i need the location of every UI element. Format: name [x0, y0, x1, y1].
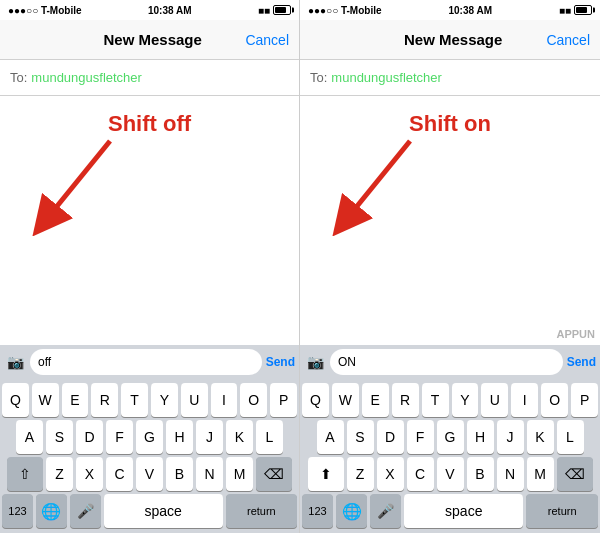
right-key-h[interactable]: H	[467, 420, 494, 454]
right-key-m[interactable]: M	[527, 457, 554, 491]
right-key-k[interactable]: K	[527, 420, 554, 454]
left-key-x[interactable]: X	[76, 457, 103, 491]
left-globe-key[interactable]: 🌐	[36, 494, 67, 528]
right-keyboard: Q W E R T Y U I O P A S D F G H J K	[300, 379, 600, 533]
phones-container: ●●●○○ T-Mobile 10:38 AM ■■ New Message C…	[0, 0, 600, 533]
left-input-field[interactable]: off	[30, 349, 262, 375]
left-key-n[interactable]: N	[196, 457, 223, 491]
left-send-button[interactable]: Send	[266, 355, 295, 369]
right-arrow	[320, 136, 440, 236]
right-annotation: Shift on	[409, 111, 491, 136]
right-key-s[interactable]: S	[347, 420, 374, 454]
left-phone: ●●●○○ T-Mobile 10:38 AM ■■ New Message C…	[0, 0, 300, 533]
right-key-j[interactable]: J	[497, 420, 524, 454]
left-carrier: ●●●○○ T-Mobile	[8, 5, 82, 16]
left-nav-title: New Message	[60, 31, 245, 48]
left-to-label: To:	[10, 70, 27, 85]
svg-line-1	[45, 141, 110, 221]
left-key-e[interactable]: E	[62, 383, 89, 417]
right-return-key[interactable]: return	[526, 494, 598, 528]
left-to-field: To: mundungusfletcher	[0, 60, 299, 96]
right-kb-row1: Q W E R T Y U I O P	[302, 383, 598, 417]
right-key-n[interactable]: N	[497, 457, 524, 491]
right-space-key[interactable]: space	[404, 494, 523, 528]
left-shift-key[interactable]: ⇧	[7, 457, 43, 491]
left-key-t[interactable]: T	[121, 383, 148, 417]
right-nav-title: New Message	[360, 31, 546, 48]
left-key-b[interactable]: B	[166, 457, 193, 491]
left-key-s[interactable]: S	[46, 420, 73, 454]
left-key-d[interactable]: D	[76, 420, 103, 454]
left-cancel-button[interactable]: Cancel	[245, 32, 289, 48]
left-camera-button[interactable]: 📷	[4, 351, 26, 373]
left-space-key[interactable]: space	[104, 494, 223, 528]
left-key-u[interactable]: U	[181, 383, 208, 417]
left-key-v[interactable]: V	[136, 457, 163, 491]
right-key-u[interactable]: U	[481, 383, 508, 417]
right-key-t[interactable]: T	[422, 383, 449, 417]
left-input-row: 📷 off Send	[0, 345, 299, 379]
right-key-v[interactable]: V	[437, 457, 464, 491]
right-status-bar: ●●●○○ T-Mobile 10:38 AM ■■	[300, 0, 600, 20]
left-keyboard: Q W E R T Y U I O P A S D F G H J K	[0, 379, 299, 533]
right-key-o[interactable]: O	[541, 383, 568, 417]
right-mic-key[interactable]: 🎤	[370, 494, 401, 528]
left-annotation: Shift off	[108, 111, 191, 136]
left-key-l[interactable]: L	[256, 420, 283, 454]
left-backspace-key[interactable]: ⌫	[256, 457, 292, 491]
right-key-q[interactable]: Q	[302, 383, 329, 417]
left-key-h[interactable]: H	[166, 420, 193, 454]
right-backspace-key[interactable]: ⌫	[557, 457, 593, 491]
right-key-i[interactable]: I	[511, 383, 538, 417]
right-key-c[interactable]: C	[407, 457, 434, 491]
right-shift-key[interactable]: ⬆	[308, 457, 344, 491]
left-key-p[interactable]: P	[270, 383, 297, 417]
right-battery: ■■	[559, 5, 592, 16]
right-num-key[interactable]: 123	[302, 494, 333, 528]
left-key-c[interactable]: C	[106, 457, 133, 491]
right-globe-key[interactable]: 🌐	[336, 494, 367, 528]
left-key-f[interactable]: F	[106, 420, 133, 454]
left-return-key[interactable]: return	[226, 494, 297, 528]
right-to-label: To:	[310, 70, 327, 85]
left-key-r[interactable]: R	[91, 383, 118, 417]
left-key-k[interactable]: K	[226, 420, 253, 454]
right-time: 10:38 AM	[448, 5, 492, 16]
left-key-w[interactable]: W	[32, 383, 59, 417]
right-input-field[interactable]: ON	[330, 349, 563, 375]
right-cancel-button[interactable]: Cancel	[546, 32, 590, 48]
left-key-j[interactable]: J	[196, 420, 223, 454]
left-key-i[interactable]: I	[211, 383, 238, 417]
right-key-f[interactable]: F	[407, 420, 434, 454]
right-key-z[interactable]: Z	[347, 457, 374, 491]
left-kb-row4: 123 🌐 🎤 space return	[2, 494, 297, 528]
right-key-e[interactable]: E	[362, 383, 389, 417]
left-nav-bar: New Message Cancel	[0, 20, 299, 60]
right-key-x[interactable]: X	[377, 457, 404, 491]
left-key-z[interactable]: Z	[46, 457, 73, 491]
right-phone: ●●●○○ T-Mobile 10:38 AM ■■ New Message C…	[300, 0, 600, 533]
right-key-a[interactable]: A	[317, 420, 344, 454]
svg-line-3	[345, 141, 410, 221]
right-field-text: ON	[338, 355, 356, 369]
left-key-m[interactable]: M	[226, 457, 253, 491]
right-key-w[interactable]: W	[332, 383, 359, 417]
right-key-b[interactable]: B	[467, 457, 494, 491]
right-send-button[interactable]: Send	[567, 355, 596, 369]
right-key-d[interactable]: D	[377, 420, 404, 454]
right-key-l[interactable]: L	[557, 420, 584, 454]
right-key-r[interactable]: R	[392, 383, 419, 417]
left-num-key[interactable]: 123	[2, 494, 33, 528]
left-key-g[interactable]: G	[136, 420, 163, 454]
left-mic-key[interactable]: 🎤	[70, 494, 101, 528]
right-key-p[interactable]: P	[571, 383, 598, 417]
right-key-y[interactable]: Y	[452, 383, 479, 417]
right-camera-button[interactable]: 📷	[304, 351, 326, 373]
left-key-q[interactable]: Q	[2, 383, 29, 417]
right-kb-row3: ⬆ Z X C V B N M ⌫	[302, 457, 598, 491]
left-key-y[interactable]: Y	[151, 383, 178, 417]
right-key-g[interactable]: G	[437, 420, 464, 454]
left-key-o[interactable]: O	[240, 383, 267, 417]
right-to-field: To: mundungusfletcher	[300, 60, 600, 96]
left-key-a[interactable]: A	[16, 420, 43, 454]
